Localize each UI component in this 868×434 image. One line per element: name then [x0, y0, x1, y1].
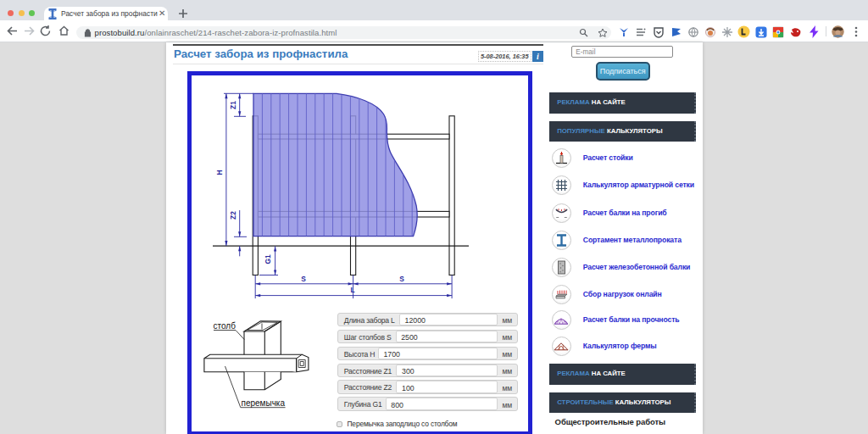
svg-text:S: S [301, 275, 306, 283]
svg-text:G1: G1 [264, 254, 272, 264]
svg-text:столб: столб [214, 321, 236, 331]
svg-text:Z1: Z1 [229, 101, 237, 109]
svg-text:H: H [215, 170, 224, 175]
svg-text:перемычка: перемычка [242, 398, 286, 408]
svg-text:Z2: Z2 [229, 211, 237, 220]
svg-text:S: S [399, 275, 404, 283]
svg-text:L: L [350, 286, 354, 294]
